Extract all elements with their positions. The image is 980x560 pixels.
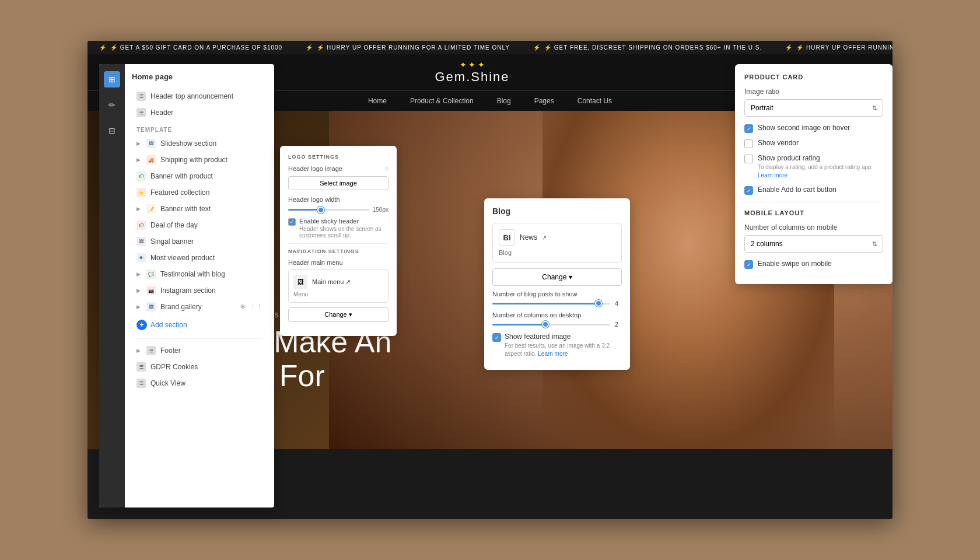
columns-label: Number of columns on desktop xyxy=(492,312,622,318)
sidebar-item-most-viewed[interactable]: 👁 Most viewed product xyxy=(132,250,267,266)
header-logo: ✦ ✦ ✦ Gem.Shine xyxy=(435,60,509,85)
sidebar-item-instagram[interactable]: ▶ 📷 Instagram section xyxy=(132,282,267,299)
deal-label: Deal of the day xyxy=(150,221,198,229)
vendor-checkbox[interactable] xyxy=(744,139,753,148)
nav-products[interactable]: Product & Collection xyxy=(410,97,474,105)
announcement-item-1: ⚡ ⚡ GET A $50 GIFT CARD ON A PURCHASE OF… xyxy=(99,44,282,51)
mobile-section-title: MOBILE LAYOUT xyxy=(744,209,883,216)
left-sidebar: ⊞ ✏ ⊟ Home page ☰ Header top announcemen… xyxy=(99,64,274,508)
show-featured-text: Show featured image For best results, us… xyxy=(505,332,622,358)
sidebar-item-banner-text[interactable]: ▶ 📝 Banner with text xyxy=(132,201,267,217)
single-banner-label: Singal banner xyxy=(150,237,194,246)
template-label: TEMPLATE xyxy=(132,121,267,135)
columns-mobile-select-wrapper: 2 columns 1 column xyxy=(744,235,883,253)
sidebar-icons: ⊞ ✏ ⊟ xyxy=(99,64,125,508)
sidebar-icon-grid[interactable]: ⊟ xyxy=(104,123,120,139)
blog-panel-title: Blog xyxy=(492,206,622,216)
sidebar-title: Home page xyxy=(132,72,267,81)
slideshow-icon: 🖼 xyxy=(146,139,156,148)
nav-contact[interactable]: Contact Us xyxy=(578,97,612,105)
logo-width-value: 150px xyxy=(373,206,388,213)
sidebar-item-header-top[interactable]: ☰ Header top announcement xyxy=(132,88,267,104)
show-featured-row: ✓ Show featured image For best results, … xyxy=(492,332,622,358)
slideshow-label: Slideshow section xyxy=(160,139,216,148)
logo-width-slider[interactable] xyxy=(288,209,369,211)
nav-blog[interactable]: Blog xyxy=(497,97,511,105)
banner-text-label: Banner with text xyxy=(160,205,211,213)
sidebar-item-footer[interactable]: ▶ ☰ Footer xyxy=(132,342,267,359)
select-image-button[interactable]: Select image xyxy=(288,176,388,190)
swipe-checkbox[interactable]: ✓ xyxy=(744,260,753,269)
quick-view-icon: ☰ xyxy=(136,379,146,388)
sidebar-item-quick-view[interactable]: ☰ Quick View xyxy=(132,375,267,391)
second-image-checkbox[interactable]: ✓ xyxy=(744,124,753,133)
sidebar-item-testimonial[interactable]: ▶ 💬 Testimonial with blog xyxy=(132,266,267,282)
rating-text-group: Show product rating To display a rating,… xyxy=(758,154,883,180)
show-featured-label: Show featured image xyxy=(505,332,622,341)
sidebar-icon-pages[interactable]: ⊞ xyxy=(104,71,120,88)
main-container: ⚡ ⚡ GET A $50 GIFT CARD ON A PURCHASE OF… xyxy=(52,29,928,531)
blog-sublabel: Blog xyxy=(499,249,615,256)
swipe-label: Enable swipe on mobile xyxy=(758,260,832,268)
sidebar-icon-brush[interactable]: ✏ xyxy=(104,97,120,113)
image-ratio-select[interactable]: Portrait Square Landscape Natural xyxy=(744,99,883,117)
rating-checkbox[interactable] xyxy=(744,155,753,163)
second-image-row: ✓ Show second image on hover xyxy=(744,124,883,133)
sidebar-item-header[interactable]: ☰ Header xyxy=(132,104,267,121)
testimonial-icon: 💬 xyxy=(146,270,156,279)
sidebar-content: Home page ☰ Header top announcement ☰ He… xyxy=(125,64,274,508)
columns-value: 2 xyxy=(615,321,622,328)
nav-pages[interactable]: Pages xyxy=(534,97,554,105)
logo-settings-panel: LOGO SETTINGS Header logo image ≡ Select… xyxy=(280,146,397,336)
sticky-header-text: Enable sticky header Header shows on the… xyxy=(299,218,388,239)
slider-thumb xyxy=(317,206,324,214)
footer-label: Footer xyxy=(160,346,181,355)
expand-icon: ▶ xyxy=(136,157,141,163)
testimonial-label: Testimonial with blog xyxy=(160,270,225,278)
swipe-row: ✓ Enable swipe on mobile xyxy=(744,260,883,269)
logo-stars: ✦ ✦ ✦ xyxy=(435,60,509,69)
sidebar-item-banner-product[interactable]: 🏷 Banner with product xyxy=(132,168,267,184)
vendor-label: Show vendor xyxy=(758,139,799,147)
sidebar-item-brand-gallery[interactable]: ▶ 🖼 Brand gallery 👁 ⋮⋮ xyxy=(132,299,267,315)
change-menu-button[interactable]: Change ▾ xyxy=(288,307,388,322)
footer-icon: ☰ xyxy=(146,346,156,355)
gdpr-icon: ☰ xyxy=(136,362,146,372)
sidebar-item-featured[interactable]: ⭐ Featured collection xyxy=(132,184,267,201)
columns-slider[interactable] xyxy=(492,324,610,326)
pc-section-title: PRODUCT CARD xyxy=(744,74,883,80)
learn-more-link[interactable]: Learn more xyxy=(538,351,568,357)
logo-width-label: Header logo width xyxy=(288,196,388,203)
blog-change-button[interactable]: Change ▾ xyxy=(492,268,622,286)
columns-mobile-label: Number of columns on mobile xyxy=(744,223,883,232)
sidebar-item-single-banner[interactable]: 🖼 Singal banner xyxy=(132,233,267,250)
shipping-icon: 🚚 xyxy=(146,155,156,164)
announcement-item-2: ⚡ ⚡ HURRY UP OFFER RUNNING FOR A LIMITED… xyxy=(306,44,510,51)
logo-section-title: LOGO SETTINGS xyxy=(288,154,388,160)
header-logo-image-label: Header logo image ≡ xyxy=(288,164,388,173)
sidebar-item-deal[interactable]: 🏷 Deal of the day xyxy=(132,217,267,233)
instagram-icon: 📷 xyxy=(146,286,156,295)
shipping-label: Shipping with product xyxy=(160,156,228,164)
columns-mobile-select[interactable]: 2 columns 1 column xyxy=(744,235,883,253)
pc-divider xyxy=(744,202,883,202)
sidebar-item-shipping[interactable]: ▶ 🚚 Shipping with product xyxy=(132,152,267,168)
external-link-icon[interactable]: ↗ xyxy=(542,235,547,241)
image-ratio-select-wrapper: Portrait Square Landscape Natural xyxy=(744,99,883,117)
deal-icon: 🏷 xyxy=(136,220,146,230)
sidebar-item-gdpr[interactable]: ☰ GDPR Cookies xyxy=(132,359,267,375)
posts-slider[interactable] xyxy=(492,303,610,304)
add-to-cart-checkbox[interactable]: ✓ xyxy=(744,186,753,195)
eye-icon[interactable]: 👁 xyxy=(240,303,246,311)
rating-learn-more[interactable]: Learn more xyxy=(758,172,788,178)
show-featured-checkbox[interactable]: ✓ xyxy=(492,333,501,342)
nav-section-title: NAVIGATION SETTINGS xyxy=(288,249,388,254)
nav-home[interactable]: Home xyxy=(368,97,387,105)
drag-icon[interactable]: ⋮⋮ xyxy=(250,303,262,311)
main-menu-name: Main menu ↗ xyxy=(312,278,351,286)
add-section-button[interactable]: + Add section xyxy=(132,315,267,335)
sidebar-item-slideshow[interactable]: ▶ 🖼 Slideshow section xyxy=(132,135,267,152)
blog-source-icon: Bi xyxy=(499,229,515,246)
posts-label: Number of blog posts to show xyxy=(492,290,622,298)
sticky-header-checkbox[interactable]: ✓ xyxy=(288,218,296,226)
